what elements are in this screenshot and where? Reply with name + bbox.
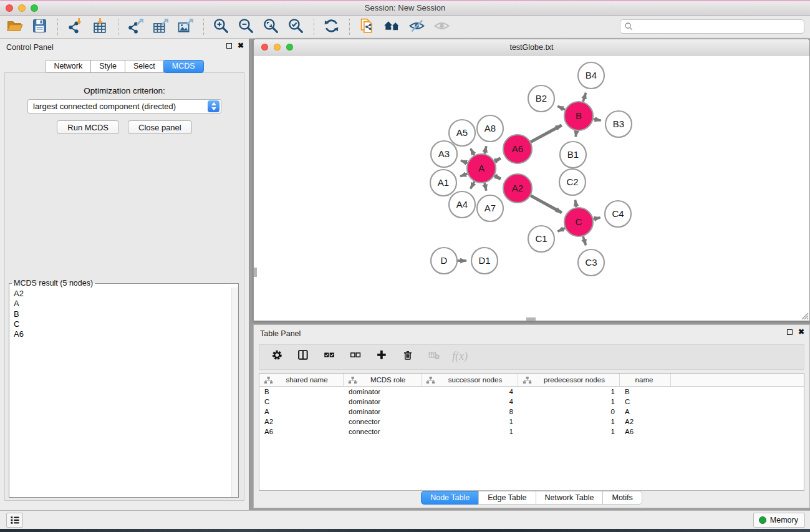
zoom-out-button[interactable] [236, 17, 255, 37]
hide-eye-button[interactable] [407, 17, 426, 37]
graph-node-B1[interactable]: B1 [560, 142, 586, 168]
graph-node-A4[interactable]: A4 [449, 191, 475, 218]
search-box[interactable] [620, 19, 804, 34]
graph-edge-A6-B[interactable] [531, 125, 562, 142]
network-canvas[interactable]: B4B2BB3A8A5A6A3B1AA1C2A2A4A7C4CC1C3DD1 [254, 56, 809, 321]
save-session-button[interactable] [30, 17, 49, 37]
deselect-all-button[interactable] [349, 349, 365, 365]
mcds-result-item[interactable]: A6 [14, 329, 238, 339]
close-panel-icon[interactable]: ✖ [238, 42, 244, 49]
add-column-button[interactable] [375, 349, 391, 365]
show-eye-button[interactable] [432, 17, 451, 37]
close-panel-button[interactable]: Close panel [128, 120, 192, 134]
criterion-select[interactable]: largest connected component (directed) [27, 99, 221, 114]
run-mcds-button[interactable]: Run MCDS [57, 120, 119, 134]
mcds-result-item[interactable]: A2 [14, 289, 238, 299]
memory-button[interactable]: Memory [753, 513, 805, 528]
graph-node-A8[interactable]: A8 [477, 115, 503, 142]
graph-node-C2[interactable]: C2 [559, 169, 586, 195]
graph-node-C4[interactable]: C4 [605, 201, 631, 227]
open-file-button[interactable] [5, 17, 24, 37]
import-network-button[interactable] [65, 17, 84, 37]
column-header-predecessor-nodes[interactable]: predecessor nodes [518, 374, 620, 386]
graph-node-B3[interactable]: B3 [605, 111, 632, 137]
mcds-result-item[interactable]: A [14, 299, 238, 309]
network-from-document-button[interactable] [357, 17, 376, 37]
graph-edge-C-C1[interactable] [557, 228, 565, 231]
column-header-MCDS-role[interactable]: MCDS role [344, 374, 422, 386]
zoom-in-button[interactable] [211, 17, 230, 37]
tab-style[interactable]: Style [90, 60, 125, 73]
graph-edge-B-B1[interactable] [576, 131, 576, 137]
close-window-button[interactable] [6, 4, 13, 12]
graph-node-C[interactable]: C [564, 208, 593, 236]
tab-select[interactable]: Select [125, 60, 164, 73]
graph-node-B[interactable]: B [564, 102, 593, 130]
graph-node-D[interactable]: D [431, 248, 457, 274]
graph-edge-A-A6[interactable] [494, 158, 500, 162]
close-table-panel-icon[interactable]: ✖ [798, 329, 804, 335]
zoom-window-button[interactable] [31, 4, 38, 12]
network-vscroll-thumb[interactable] [254, 268, 257, 277]
zoom-selected-button[interactable] [286, 17, 305, 37]
table-row[interactable]: A2connector11A2 [259, 417, 804, 427]
network-minimize-button[interactable] [274, 44, 281, 51]
window-resize-grip[interactable] [800, 311, 809, 320]
tab-motifs[interactable]: Motifs [602, 491, 642, 505]
graph-edge-A-A5[interactable] [471, 148, 475, 155]
graph-edge-C-C3[interactable] [583, 236, 586, 245]
tab-network-table[interactable]: Network Table [536, 491, 604, 505]
tab-node-table[interactable]: Node Table [421, 491, 479, 505]
network-close-button[interactable] [261, 44, 268, 51]
graph-node-A1[interactable]: A1 [430, 170, 456, 196]
graph-node-A[interactable]: A [467, 154, 496, 183]
network-zoom-button[interactable] [286, 44, 293, 51]
tab-network[interactable]: Network [45, 60, 91, 73]
zoom-fit-button[interactable] [261, 17, 280, 37]
tab-edge-table[interactable]: Edge Table [478, 491, 536, 505]
graph-edge-B-B4[interactable] [583, 93, 586, 102]
result-list-scrollbar[interactable] [231, 288, 238, 497]
graph-node-A7[interactable]: A7 [477, 195, 503, 221]
export-network-button[interactable] [126, 17, 145, 37]
graph-node-D1[interactable]: D1 [471, 248, 498, 274]
graph-edge-C-C4[interactable] [594, 218, 600, 219]
float-table-panel-icon[interactable] [787, 329, 793, 335]
graph-edge-B-B3[interactable] [594, 119, 601, 120]
mcds-result-item[interactable]: C [14, 319, 238, 329]
refresh-button[interactable] [322, 17, 340, 37]
table-row[interactable]: A6connector11A6 [259, 427, 804, 437]
graph-node-B2[interactable]: B2 [528, 85, 554, 112]
export-image-button[interactable] [176, 17, 195, 37]
table-row[interactable]: Bdominator41B [259, 387, 804, 397]
column-header-successor-nodes[interactable]: successor nodes [422, 374, 518, 386]
mcds-result-item[interactable]: B [14, 309, 238, 319]
settings-gear-button[interactable] [270, 349, 286, 365]
graph-edge-A-A1[interactable] [460, 173, 467, 176]
graph-node-A3[interactable]: A3 [431, 141, 457, 167]
column-header-name[interactable]: name [620, 374, 671, 386]
home-pair-button[interactable] [382, 17, 401, 37]
function-builder-button[interactable]: f(x) [453, 349, 470, 365]
graph-edge-A2-C[interactable] [531, 196, 562, 213]
graph-edge-A-A8[interactable] [485, 146, 486, 153]
minimize-window-button[interactable] [18, 4, 26, 12]
graph-edge-A-A2[interactable] [494, 176, 501, 179]
graph-edge-B-B2[interactable] [557, 106, 565, 110]
delete-table-button[interactable] [427, 349, 443, 365]
float-panel-icon[interactable] [226, 43, 232, 49]
graph-edge-C-C2[interactable] [575, 200, 576, 208]
tab-mcds[interactable]: MCDS [163, 60, 204, 73]
column-header-shared-name[interactable]: shared name [259, 374, 344, 386]
graph-edge-A-A7[interactable] [485, 183, 486, 190]
graph-edge-A-A4[interactable] [471, 181, 475, 188]
graph-node-A5[interactable]: A5 [449, 120, 475, 146]
delete-column-button[interactable] [401, 349, 417, 365]
select-all-button[interactable] [322, 349, 339, 365]
import-table-button[interactable] [90, 17, 109, 37]
graph-node-A6[interactable]: A6 [503, 135, 532, 163]
graph-node-B4[interactable]: B4 [578, 62, 604, 89]
network-hscroll-thumb[interactable] [526, 317, 536, 321]
graph-node-C3[interactable]: C3 [578, 249, 604, 276]
graph-node-A2[interactable]: A2 [503, 174, 532, 203]
